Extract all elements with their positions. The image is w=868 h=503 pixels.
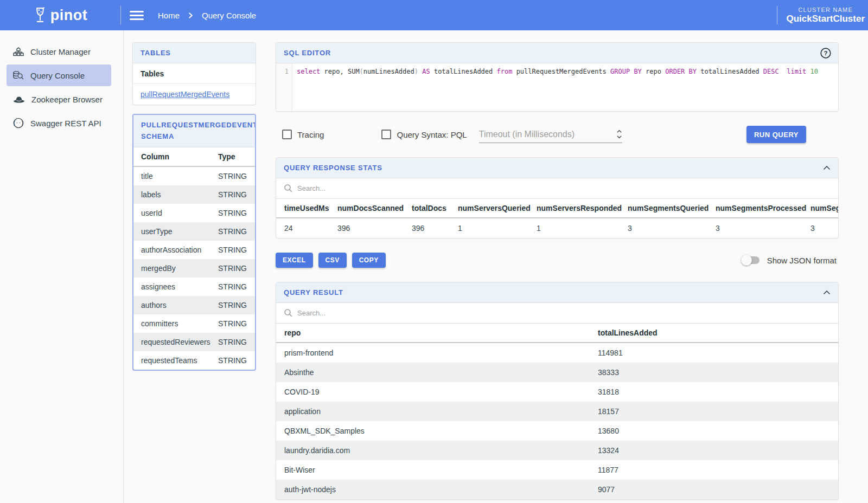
- show-json-toggle[interactable]: [741, 255, 761, 266]
- query-result-panel: QUERY RESULT repototalLinesAdded prism-f…: [276, 282, 839, 500]
- stats-header: QUERY RESPONSE STATS: [276, 158, 838, 178]
- result-row: Absinthe38333: [276, 363, 838, 382]
- svg-text:{··}: {··}: [13, 120, 24, 126]
- show-json-label: Show JSON format: [767, 256, 837, 265]
- schema-row: assigneesSTRING: [133, 278, 255, 296]
- stats-cell: 24: [276, 218, 337, 238]
- csv-button[interactable]: CSV: [318, 253, 347, 268]
- cluster-name-value: QuickStartCluster: [786, 14, 865, 24]
- swagger-icon: {··}: [12, 117, 24, 129]
- query-console-icon: [12, 70, 24, 81]
- cluster-manager-icon: [12, 46, 24, 57]
- line-number: 1: [276, 63, 292, 111]
- schema-row: userIdSTRING: [133, 204, 255, 222]
- sql-token: pullRequestMergedEvents: [512, 68, 610, 75]
- stats-cell: 1: [458, 218, 537, 238]
- breadcrumb: Home Query Console: [158, 11, 256, 20]
- sidebar-item-label: Zookeeper Browser: [31, 95, 103, 104]
- sidebar: Cluster Manager Query Console Zookeeper …: [0, 30, 124, 503]
- collapse-stats-button[interactable]: [822, 164, 832, 171]
- chevron-up-icon: [823, 165, 831, 170]
- tracing-checkbox[interactable]: [282, 130, 292, 139]
- sql-editor-title: SQL EDITOR: [284, 49, 331, 57]
- breadcrumb-current: Query Console: [202, 11, 256, 20]
- result-title: QUERY RESULT: [284, 288, 343, 296]
- sidebar-item-label: Cluster Manager: [30, 47, 91, 56]
- result-row: Bit-Wiser11877: [276, 460, 838, 480]
- breadcrumb-home[interactable]: Home: [158, 11, 180, 20]
- sql-token: 10: [810, 68, 818, 75]
- tables-column-header: Tables: [133, 63, 256, 84]
- sql-query-text[interactable]: select repo, SUM(numLinesAdded) AS total…: [292, 63, 838, 111]
- sql-token: totalLinesAdded: [697, 68, 763, 75]
- result-row: prism-frontend114981: [276, 343, 838, 363]
- help-icon[interactable]: ?: [820, 47, 832, 59]
- sidebar-item-zookeeper-browser[interactable]: Zookeeper Browser: [7, 88, 111, 110]
- sql-token: limit: [787, 68, 806, 75]
- pql-syntax-label: Query Syntax: PQL: [397, 130, 467, 139]
- pql-syntax-checkbox[interactable]: [381, 130, 391, 139]
- pinot-logo[interactable]: pinot: [0, 7, 120, 24]
- sql-editor-header: SQL EDITOR ?: [276, 43, 838, 63]
- sql-token: AS: [422, 68, 430, 75]
- schema-row: authorAssociationSTRING: [133, 241, 255, 259]
- sidebar-item-cluster-manager[interactable]: Cluster Manager: [7, 41, 111, 62]
- stats-col-header: numSegmentsProcessed: [716, 199, 810, 218]
- result-row: COVID-1931818: [276, 382, 838, 402]
- hamburger-menu-icon[interactable]: [130, 9, 144, 22]
- result-search-input[interactable]: [297, 309, 838, 317]
- sql-token: DESC: [763, 68, 779, 75]
- schema-row: requestedReviewersSTRING: [133, 333, 255, 351]
- export-row: EXCEL CSV COPY Show JSON format: [276, 253, 839, 268]
- sql-token: (: [360, 68, 363, 75]
- stats-cell: 3: [810, 218, 838, 238]
- sidebar-item-swagger-rest-api[interactable]: {··} Swagger REST API: [7, 112, 111, 134]
- sidebar-item-query-console[interactable]: Query Console: [7, 65, 111, 86]
- stats-cell: 396: [337, 218, 412, 238]
- table-link-pullRequestMergedEvents[interactable]: pullRequestMergedEvents: [141, 90, 229, 99]
- copy-button[interactable]: COPY: [352, 253, 386, 268]
- stats-col-header: timeUsedMs: [276, 199, 337, 218]
- wine-glass-icon: [33, 7, 47, 24]
- sql-editor[interactable]: 1 select repo, SUM(numLinesAdded) AS tot…: [276, 63, 838, 111]
- stats-search-input[interactable]: [297, 184, 838, 192]
- cluster-info: CLUSTER NAME QuickStartCluster: [777, 6, 868, 24]
- schema-panel: PULLREQUESTMERGEDEVENTS SCHEMA Column Ty…: [132, 114, 256, 371]
- stats-col-header: numServersResponded: [537, 199, 628, 218]
- result-row: application18157: [276, 402, 838, 421]
- stats-col-header: numDocsScanned: [337, 199, 412, 218]
- number-stepper-icon[interactable]: [616, 129, 622, 139]
- sql-editor-panel: SQL EDITOR ? 1 select repo, SUM(numLines…: [276, 42, 839, 112]
- schema-panel-title: PULLREQUESTMERGEDEVENTS SCHEMA: [141, 119, 247, 143]
- tracing-label: Tracing: [297, 130, 324, 139]
- stats-cell: 396: [412, 218, 458, 238]
- result-search-row: [276, 303, 838, 324]
- result-table: repototalLinesAdded prism-frontend114981…: [276, 324, 838, 499]
- sql-token: repo: [642, 68, 665, 75]
- schema-col-header-type: Type: [218, 147, 255, 166]
- sql-token: from: [497, 68, 513, 75]
- schema-row: requestedTeamsSTRING: [133, 351, 255, 370]
- table-row: pullRequestMergedEvents: [133, 84, 256, 105]
- stats-row: 2439639611333: [276, 218, 838, 238]
- stats-col-header: numSegmentsQueried: [628, 199, 716, 218]
- collapse-result-button[interactable]: [822, 289, 832, 296]
- result-row: QBXML_SDK_Samples13680: [276, 421, 838, 441]
- result-col-header: totalLinesAdded: [598, 324, 838, 343]
- result-row: laundry.daridia.com13324: [276, 441, 838, 460]
- search-icon: [284, 184, 293, 193]
- schema-panel-header: PULLREQUESTMERGEDEVENTS SCHEMA: [133, 115, 255, 147]
- schema-row: userTypeSTRING: [133, 222, 255, 241]
- run-query-button[interactable]: RUN QUERY: [746, 126, 806, 143]
- schema-row: mergedBySTRING: [133, 259, 255, 278]
- schema-col-header-column: Column: [133, 147, 218, 166]
- timeout-input[interactable]: [479, 130, 616, 139]
- result-header: QUERY RESULT: [276, 282, 838, 303]
- sql-token: numLinesAdded: [363, 68, 414, 75]
- search-icon: [284, 308, 293, 318]
- excel-button[interactable]: EXCEL: [276, 253, 313, 268]
- sidebar-item-label: Query Console: [30, 71, 85, 80]
- stats-col-header: numSegm: [810, 199, 838, 218]
- result-col-header: repo: [276, 324, 598, 343]
- stats-search-row: [276, 178, 838, 199]
